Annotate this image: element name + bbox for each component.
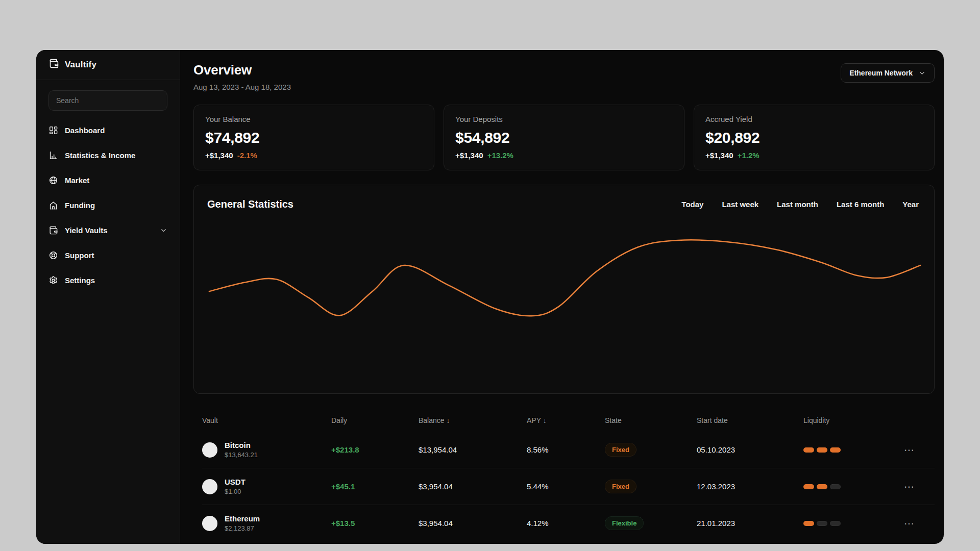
liquidity-pill (830, 521, 841, 526)
wallet-logo-icon (48, 58, 59, 71)
row-menu-icon[interactable]: ⋯ (896, 518, 935, 529)
stat-card-delta: +$1,340 (205, 151, 233, 160)
network-selector-label: Ethereum Network (849, 69, 913, 77)
sidebar-item-label: Settings (65, 276, 95, 285)
liquidity-pill (817, 521, 827, 526)
stat-card-delta-percent: +13.2% (487, 151, 513, 160)
state-badge: Flexible (605, 516, 644, 530)
stat-card-your-deposits: Your Deposits$54,892+$1,340+13.2% (444, 105, 684, 170)
app-logo: Vaultify (36, 50, 180, 80)
sidebar-item-support[interactable]: Support (48, 243, 167, 268)
sidebar-item-settings[interactable]: Settings (48, 268, 167, 293)
stat-card-value: $20,892 (705, 129, 923, 146)
stat-card-delta-percent: -2.1% (237, 151, 257, 160)
app-window: Vaultify DashboardStatistics & IncomeMar… (36, 50, 944, 544)
coin-avatar (202, 442, 217, 458)
statistics-card: General Statistics TodayLast weekLast mo… (193, 185, 935, 394)
chevron-down-icon (160, 227, 167, 234)
table-header-row: VaultDailyBalance ↓APY ↓StateStart dateL… (202, 415, 935, 425)
sidebar-item-label: Support (65, 251, 94, 260)
liquidity-cell (803, 521, 896, 526)
vault-price: $1.00 (225, 488, 246, 495)
table-body: Bitcoin$13,643.21+$213.8$13,954.048.56%F… (202, 432, 935, 541)
apy-cell: 4.12% (527, 519, 605, 528)
table-row-bitcoin: Bitcoin$13,643.21+$213.8$13,954.048.56%F… (202, 432, 935, 468)
vault-name: Ethereum (225, 514, 260, 523)
vault-price: $2,123.87 (225, 524, 260, 532)
filter-today[interactable]: Today (681, 200, 703, 209)
sidebar-item-label: Market (65, 176, 89, 185)
chart-line-series (209, 240, 920, 316)
stat-card-label: Your Balance (205, 115, 423, 123)
liquidity-cell (803, 447, 896, 453)
balance-cell: $13,954.04 (419, 445, 527, 454)
row-menu-icon[interactable]: ⋯ (896, 482, 935, 492)
statistics-line-chart (194, 212, 934, 378)
liquidity-pill (803, 447, 814, 453)
balance-cell: $3,954.04 (419, 519, 527, 528)
liquidity-pill (803, 521, 814, 526)
liquidity-cell (803, 484, 896, 489)
chart-title: General Statistics (207, 198, 293, 210)
chevron-down-icon (918, 69, 926, 77)
liquidity-pill (830, 447, 841, 453)
apy-cell: 5.44% (527, 482, 605, 491)
stat-card-delta: +$1,340 (455, 151, 483, 160)
vault-cell: Ethereum$2,123.87 (202, 514, 331, 532)
globe-icon (48, 176, 58, 185)
state-badge: Fixed (605, 480, 636, 493)
filter-last-week[interactable]: Last week (722, 200, 758, 209)
lifebuoy-icon (48, 251, 58, 260)
gear-icon (48, 276, 58, 285)
filter-last-month[interactable]: Last month (777, 200, 818, 209)
state-cell: Fixed (605, 443, 697, 457)
sidebar-item-dashboard[interactable]: Dashboard (48, 118, 167, 143)
liquidity-pill (803, 484, 814, 489)
daily-cell: +$213.8 (331, 445, 419, 454)
stat-card-your-balance: Your Balance$74,892+$1,340-2.1% (193, 105, 434, 170)
topbar: Overview Aug 13, 2023 - Aug 18, 2023 Eth… (193, 62, 935, 91)
column-header-daily: Daily (331, 416, 419, 424)
balance-cell: $3,954.04 (419, 482, 527, 491)
state-cell: Flexible (605, 516, 697, 530)
filter-last-6-month[interactable]: Last 6 month (837, 200, 884, 209)
sidebar-nav: DashboardStatistics & IncomeMarketFundin… (36, 118, 180, 293)
home-icon (48, 201, 58, 210)
network-selector[interactable]: Ethereum Network (841, 63, 935, 83)
state-cell: Fixed (605, 480, 697, 493)
column-header-state: State (605, 416, 697, 424)
sidebar-item-market[interactable]: Market (48, 168, 167, 193)
start-date-cell: 12.03.2023 (697, 482, 803, 491)
daily-cell: +$45.1 (331, 482, 419, 491)
filter-year[interactable]: Year (902, 200, 919, 209)
column-header-balance[interactable]: Balance ↓ (419, 416, 527, 424)
search-input[interactable] (48, 90, 167, 111)
sidebar-item-funding[interactable]: Funding (48, 193, 167, 218)
page-background: Vaultify DashboardStatistics & IncomeMar… (0, 0, 980, 551)
date-range: Aug 13, 2023 - Aug 18, 2023 (193, 83, 291, 91)
stat-card-delta: +$1,340 (705, 151, 733, 160)
main-content: Overview Aug 13, 2023 - Aug 18, 2023 Eth… (180, 50, 944, 544)
statistics-card-header: General Statistics TodayLast weekLast mo… (194, 185, 934, 210)
sidebar-item-yield-vaults[interactable]: Yield Vaults (48, 218, 167, 243)
vault-name: Bitcoin (225, 441, 258, 449)
app-title: Vaultify (65, 60, 96, 70)
liquidity-pill (830, 484, 841, 489)
row-menu-icon[interactable]: ⋯ (896, 445, 935, 455)
column-header-start-date: Start date (697, 416, 803, 424)
stat-card-label: Your Deposits (455, 115, 673, 123)
coin-avatar (202, 516, 217, 531)
table-row-ethereum: Ethereum$2,123.87+$13.5$3,954.044.12%Fle… (202, 505, 935, 541)
column-header-apy[interactable]: APY ↓ (527, 416, 605, 424)
stat-card-accrued-yield: Accrued Yield$20,892+$1,340+1.2% (694, 105, 935, 170)
liquidity-pill (817, 484, 827, 489)
table-row-usdt: USDT$1.00+$45.1$3,954.045.44%Fixed12.03.… (202, 468, 935, 505)
sidebar-item-statistics-and-income[interactable]: Statistics & Income (48, 143, 167, 168)
vault-price: $13,643.21 (225, 451, 258, 459)
sidebar-item-label: Dashboard (65, 126, 105, 135)
start-date-cell: 05.10.2023 (697, 445, 803, 454)
vaults-table: VaultDailyBalance ↓APY ↓StateStart dateL… (193, 415, 935, 541)
vault-cell: Bitcoin$13,643.21 (202, 441, 331, 459)
vault-cell: USDT$1.00 (202, 478, 331, 495)
stat-cards-row: Your Balance$74,892+$1,340-2.1%Your Depo… (193, 105, 935, 170)
